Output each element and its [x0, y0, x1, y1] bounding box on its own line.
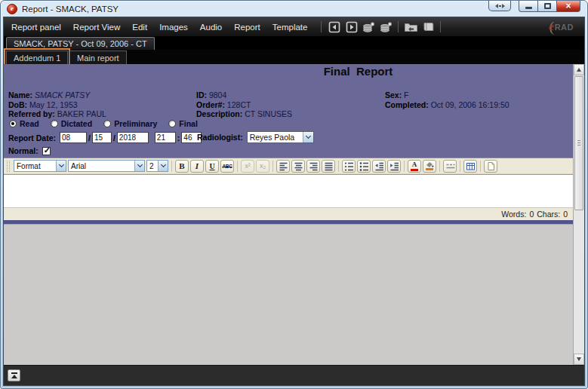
font-select[interactable]: Arial — [68, 160, 145, 172]
coin-stack-icon-2[interactable] — [379, 20, 393, 34]
insert-table-button[interactable] — [463, 160, 477, 173]
menu-edit[interactable]: Edit — [132, 23, 147, 32]
editor-toolbar: Format Arial 2 — [4, 158, 573, 174]
completed-datetime: Oct 09, 2006 16:19:50 — [431, 100, 509, 109]
arrow-down-icon — [577, 357, 581, 361]
minimize-button[interactable] — [519, 1, 538, 12]
subscript-button[interactable]: x₂ — [256, 160, 269, 173]
highlight-color-button[interactable] — [423, 160, 436, 173]
date-day-input[interactable] — [92, 132, 112, 143]
normal-checkbox[interactable] — [42, 147, 51, 155]
menu-report-view[interactable]: Report View — [73, 23, 120, 32]
align-left-button[interactable] — [276, 160, 290, 173]
date-month-input[interactable] — [60, 132, 87, 143]
underline-button[interactable]: U — [205, 160, 219, 173]
align-justify-button[interactable] — [322, 160, 335, 173]
tab-addendum-1[interactable]: Addendum 1 — [6, 51, 68, 64]
patient-id: 9804 — [209, 90, 226, 100]
bottom-bar — [4, 365, 584, 385]
maximize-icon — [544, 3, 551, 9]
sex-label: Sex: — [385, 90, 402, 100]
date-year-input[interactable] — [117, 132, 149, 143]
order-label: Order#: — [196, 100, 225, 109]
new-page-button[interactable] — [484, 160, 497, 173]
numbered-list-button[interactable] — [342, 160, 356, 173]
section-divider — [4, 220, 573, 224]
open-folder-icon[interactable] — [404, 20, 418, 34]
study-tab-row: SMACK, PATSY - Oct 09, 2006 - CT — [4, 36, 584, 50]
editor-status-bar: Words: 0 Chars: 0 — [4, 207, 573, 220]
close-button[interactable]: × — [556, 1, 580, 12]
menu-separator — [321, 21, 322, 32]
toolbar-grip[interactable] — [7, 161, 10, 172]
collapse-panel-button[interactable] — [8, 369, 20, 381]
tab-main-report[interactable]: Main report — [69, 51, 127, 64]
tab-study[interactable]: SMACK, PATSY - Oct 09, 2006 - CT — [6, 37, 155, 50]
radio-preliminary-dot — [103, 120, 111, 127]
paint-bucket-icon — [426, 161, 434, 167]
align-center-button[interactable] — [291, 160, 305, 173]
menu-template[interactable]: Template — [272, 23, 308, 32]
report-status-radios: Read Dictated Preliminary Final — [9, 119, 209, 128]
content-area: Final Report Name: SMACK PATSY DoB: May … — [4, 64, 584, 365]
words-count: 0 — [529, 210, 534, 219]
chevron-down-icon — [134, 161, 144, 171]
referred-label: Referred by: — [8, 109, 55, 118]
scroll-up-button[interactable] — [574, 64, 584, 75]
report-text-area[interactable] — [4, 174, 573, 207]
font-color-button[interactable]: A — [408, 160, 421, 173]
radiologist-select[interactable]: Reyes Paola — [247, 131, 314, 143]
time-hour-input[interactable] — [155, 132, 176, 143]
scroll-down-button[interactable] — [574, 354, 584, 365]
patient-sex: F — [404, 90, 408, 100]
strikethrough-button[interactable]: ABC — [220, 160, 234, 173]
radio-preliminary[interactable]: Preliminary — [103, 119, 157, 128]
bullet-list-button[interactable] — [357, 160, 371, 173]
align-right-button[interactable] — [306, 160, 320, 173]
scrollbar-track[interactable] — [574, 211, 584, 354]
erad-app-icon: e — [7, 4, 17, 14]
report-tab-row: Addendum 1 Main report — [4, 50, 584, 64]
close-icon: × — [565, 2, 571, 11]
report-date-label: Report Date: — [8, 133, 56, 142]
patient-info-col-3: Sex: F Completed: Oct 09, 2006 16:19:50 — [385, 90, 509, 109]
superscript-button[interactable]: x² — [241, 160, 254, 173]
bold-button[interactable]: B — [175, 160, 189, 173]
toggle-size-button[interactable] — [488, 1, 511, 11]
menu-report-panel[interactable]: Report panel — [11, 23, 61, 32]
scrollbar-thumb[interactable] — [574, 76, 583, 210]
erad-logo: ( e RAD — [550, 20, 574, 34]
radiologist-value: Reyes Paola — [250, 133, 295, 142]
completed-label: Completed: — [385, 100, 429, 109]
outdent-button[interactable] — [372, 160, 386, 173]
left-right-arrows-icon — [495, 4, 498, 8]
vertical-scrollbar — [573, 64, 584, 365]
font-size-select[interactable]: 2 — [146, 160, 168, 172]
radio-dictated[interactable]: Dictated — [51, 119, 92, 128]
menu-images[interactable]: Images — [159, 23, 188, 32]
prev-report-icon[interactable] — [327, 20, 341, 34]
chars-label: Chars: — [537, 210, 560, 219]
coin-stack-icon-1[interactable] — [362, 20, 376, 34]
normal-row: Normal: — [8, 146, 51, 155]
radiologist-row: Radiologist: Reyes Paola — [197, 131, 314, 143]
order-number: 128CT — [227, 100, 251, 109]
radio-read[interactable]: Read — [9, 119, 39, 128]
chevron-down-icon — [303, 132, 313, 142]
indent-button[interactable] — [387, 160, 401, 173]
menu-report[interactable]: Report — [234, 23, 260, 32]
horizontal-rule-button[interactable] — [443, 160, 457, 173]
book-icon[interactable] — [421, 20, 436, 34]
radio-final[interactable]: Final — [168, 119, 198, 128]
format-select[interactable]: Format — [14, 160, 66, 172]
study-description: CT SINUSES — [245, 109, 292, 118]
italic-button[interactable]: I — [190, 160, 204, 173]
menu-audio[interactable]: Audio — [200, 23, 222, 32]
menu-separator — [440, 21, 441, 32]
next-report-icon[interactable] — [344, 20, 359, 34]
arrow-up-icon — [577, 68, 581, 72]
name-label: Name: — [8, 90, 32, 100]
maximize-button[interactable] — [537, 1, 557, 12]
report-date-row: Report Date: / / : — [8, 131, 202, 144]
window-title: Report - SMACK, PATSY — [22, 5, 119, 14]
